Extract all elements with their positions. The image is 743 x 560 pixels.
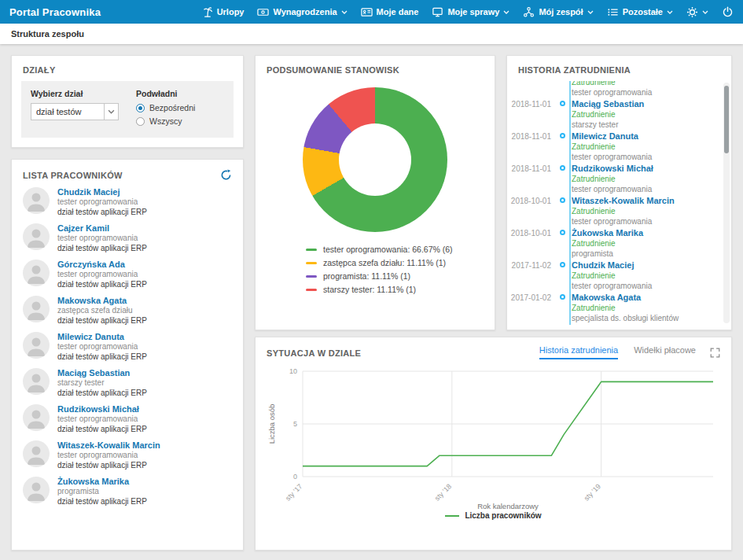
- subordinates-radio-option[interactable]: Wszyscy: [136, 116, 195, 126]
- history-event: Zatrudnienie: [572, 271, 652, 281]
- team-icon: [523, 6, 535, 18]
- history-employee-link[interactable]: Chudzik Maciej: [572, 260, 652, 271]
- svg-text:Rok kalendarzowy: Rok kalendarzowy: [477, 502, 539, 510]
- history-entry-date: 2018-11-01: [507, 99, 557, 131]
- employee-department: dział testów aplikacji ERP: [57, 497, 147, 507]
- nav-item-moje-sprawy[interactable]: Moje sprawy: [432, 6, 509, 18]
- app-title: Portal Pracownika: [9, 6, 101, 18]
- history-event: Zatrudnienie: [572, 81, 652, 87]
- settings-button[interactable]: [686, 6, 708, 18]
- refresh-icon[interactable]: [220, 169, 232, 181]
- timeline-dot-icon: [560, 294, 565, 300]
- employee-list-item: Rudzikowski Michał tester oprogramowania…: [12, 401, 243, 437]
- history-position: tester oprogramowania: [572, 281, 652, 291]
- main-content: DZIAŁY Wybierz dział dział testów Podwła…: [0, 44, 743, 560]
- legend-item[interactable]: programista: 11.11% (1): [306, 271, 495, 281]
- radio-icon: [136, 117, 145, 126]
- employee-name-link[interactable]: Żukowska Marika: [57, 477, 147, 487]
- history-entry: 2018-11-01 Maciąg Sebastian Zatrudnienie…: [507, 99, 723, 131]
- legend-label: programista: 11.11% (1): [323, 271, 410, 281]
- legend-swatch: [306, 275, 317, 278]
- nav-item-wynagrodzenia[interactable]: Wynagrodzenia: [257, 6, 347, 18]
- legend-label: tester oprogramowania: 66.67% (6): [323, 245, 453, 254]
- employee-department: dział testów aplikacji ERP: [57, 461, 160, 471]
- employee-department: dział testów aplikacji ERP: [57, 425, 147, 435]
- donut-hole: [339, 123, 411, 196]
- legend-swatch: [306, 289, 317, 291]
- employee-list-item: Milewicz Danuta tester oprogramowania dz…: [12, 329, 243, 365]
- employee-name-link[interactable]: Górczyńska Ada: [57, 260, 147, 270]
- line-series-label: Liczba pracowników: [465, 511, 541, 520]
- employee-position: tester oprogramowania: [57, 451, 160, 461]
- history-employee-link[interactable]: Maciąg Sebastian: [572, 99, 644, 109]
- employee-department: dział testów aplikacji ERP: [57, 316, 147, 326]
- timeline-dot-icon: [560, 230, 565, 235]
- department-select[interactable]: dział testów: [31, 103, 119, 120]
- history-employee-link[interactable]: Makowska Agata: [572, 293, 679, 303]
- svg-text:0: 0: [292, 473, 296, 481]
- timeline-dot-icon: [560, 101, 565, 106]
- situation-tab[interactable]: Historia zatrudnienia: [539, 345, 618, 359]
- avatar: [23, 187, 50, 214]
- svg-text:sty '19: sty '19: [582, 482, 601, 502]
- legend-item[interactable]: zastępca szefa działu: 11.11% (1): [306, 258, 495, 267]
- employee-name-link[interactable]: Cajzer Kamil: [57, 223, 147, 234]
- nav-item-pozostale[interactable]: Pozostałe: [607, 6, 673, 18]
- employee-position: zastępca szefa działu: [57, 306, 147, 316]
- legend-item[interactable]: tester oprogramowania: 66.67% (6): [306, 245, 495, 254]
- department-select-label: Wybierz dział: [31, 89, 119, 98]
- employee-position: tester oprogramowania: [57, 414, 147, 425]
- employee-list-item: Witaszek-Kowalik Marcin tester oprogramo…: [12, 437, 243, 473]
- employee-department: dział testów aplikacji ERP: [57, 389, 147, 399]
- avatar: [23, 477, 50, 503]
- expand-icon[interactable]: [710, 348, 720, 358]
- history-entry-date: 2018-10-01: [507, 196, 557, 228]
- employee-list-item: Cajzer Kamil tester oprogramowania dział…: [12, 220, 243, 256]
- employee-department: dział testów aplikacji ERP: [57, 208, 147, 218]
- timeline-marker: [557, 196, 572, 228]
- legend-swatch: [306, 249, 317, 251]
- nav-item-moj-zespol[interactable]: Mój zespół: [523, 6, 593, 18]
- nav-item-urlopy[interactable]: Urlopy: [201, 6, 245, 18]
- breadcrumb-bar: Struktura zespołu: [0, 24, 743, 44]
- employee-name-link[interactable]: Milewicz Danuta: [57, 332, 147, 342]
- id-card-icon: [361, 6, 373, 18]
- employee-name-link[interactable]: Chudzik Maciej: [57, 187, 147, 197]
- history-card-title: HISTORIA ZATRUDNIENIA: [507, 56, 731, 81]
- employee-department: dział testów aplikacji ERP: [57, 280, 147, 290]
- logout-button[interactable]: [722, 6, 734, 18]
- situation-tab[interactable]: Widełki płacowe: [634, 345, 696, 359]
- legend-label: starszy tester: 11.11% (1): [323, 285, 416, 294]
- employee-name-link[interactable]: Rudzikowski Michał: [57, 404, 147, 414]
- nav-item-moje-dane[interactable]: Moje dane: [361, 6, 419, 18]
- employee-name-link[interactable]: Witaszek-Kowalik Marcin: [57, 440, 160, 451]
- avatar: [23, 260, 50, 286]
- timeline-marker: [557, 164, 572, 196]
- employee-list-item: Żukowska Marika programista dział testów…: [12, 473, 243, 510]
- employee-name-link[interactable]: Maciąg Sebastian: [57, 368, 147, 378]
- subordinates-radio-group: Bezpośredni Wszyscy: [136, 103, 195, 126]
- timeline-marker: [557, 81, 572, 99]
- history-employee-link[interactable]: Rudzikowski Michał: [572, 164, 653, 174]
- svg-text:Liczba osób: Liczba osób: [267, 404, 276, 444]
- positions-donut-chart[interactable]: [303, 87, 447, 232]
- history-employee-link[interactable]: Witaszek-Kowalik Marcin: [572, 196, 675, 206]
- history-employee-link[interactable]: Żukowska Marika: [572, 228, 643, 238]
- history-entry: 2018-11-01 Rudzikowski Michał Zatrudnien…: [507, 164, 723, 196]
- history-timeline: Cajzer Kamil Zatrudnienie tester oprogra…: [507, 81, 723, 325]
- legend-item[interactable]: starszy tester: 11.11% (1): [306, 285, 495, 294]
- subordinates-radio-option[interactable]: Bezpośredni: [136, 103, 195, 112]
- scrollbar-thumb[interactable]: [724, 86, 729, 153]
- history-event: Zatrudnienie: [572, 174, 653, 184]
- line-chart-legend[interactable]: Liczba pracowników: [256, 511, 731, 520]
- history-position: programista: [572, 249, 643, 259]
- employee-name-link[interactable]: Makowska Agata: [57, 296, 147, 306]
- departments-card-title: DZIAŁY: [12, 56, 243, 81]
- employee-department: dział testów aplikacji ERP: [57, 352, 147, 363]
- history-employee-link[interactable]: Milewicz Danuta: [572, 131, 652, 142]
- employee-position: tester oprogramowania: [57, 270, 147, 280]
- avatar: [23, 296, 50, 322]
- employee-list-item: Górczyńska Ada tester oprogramowania dzi…: [12, 256, 243, 293]
- history-event: Zatrudnienie: [572, 238, 643, 249]
- scrollbar[interactable]: [723, 83, 730, 323]
